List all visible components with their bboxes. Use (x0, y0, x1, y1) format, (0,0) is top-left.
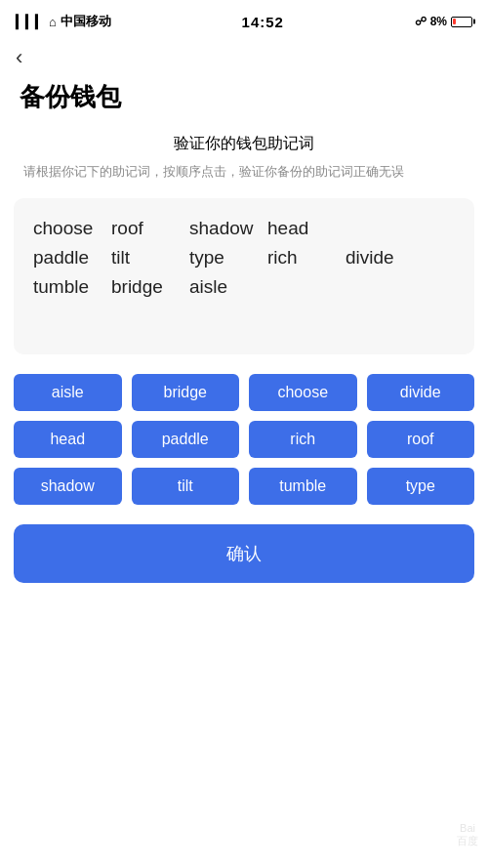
word-chip-bridge[interactable]: bridge (132, 374, 240, 411)
word-chip-roof[interactable]: roof (367, 421, 475, 458)
display-word-tumble: tumble (33, 276, 111, 298)
carrier-label: 中国移动 (61, 13, 111, 30)
display-word-aisle: aisle (189, 276, 267, 298)
word-chip-tilt[interactable]: tilt (132, 468, 240, 505)
icloud-icon: ☍ (415, 15, 427, 28)
status-time: 14:52 (242, 14, 284, 30)
instruction-section: 验证你的钱包助记词 请根据你记下的助记词，按顺序点击，验证你备份的助记词正确无误 (0, 134, 488, 198)
display-word-divide: divide (346, 247, 424, 269)
display-word-bridge: bridge (111, 276, 189, 298)
word-grid: aisle bridge choose divide head paddle r… (0, 374, 488, 505)
back-arrow-icon: ‹ (16, 47, 22, 68)
battery-percent: 8% (430, 15, 447, 28)
word-display-box: choose roof shadow head paddle tilt type… (14, 198, 474, 354)
display-word-rich: rich (267, 247, 346, 269)
status-carrier: ▎▎▎ ⌂ 中国移动 (16, 13, 111, 30)
word-display-row-1: choose roof shadow head (33, 218, 455, 239)
display-word-head: head (267, 218, 346, 239)
signal-icon: ▎▎▎ (16, 15, 45, 29)
word-chip-head[interactable]: head (14, 421, 122, 458)
display-word-shadow: shadow (189, 218, 267, 239)
page-title: 备份钱包 (0, 72, 488, 134)
display-word-tilt: tilt (111, 247, 189, 269)
instruction-desc: 请根据你记下的助记词，按顺序点击，验证你备份的助记词正确无误 (20, 162, 468, 183)
word-chip-rich[interactable]: rich (249, 421, 357, 458)
wifi-icon: ⌂ (49, 15, 57, 29)
word-chip-divide[interactable]: divide (367, 374, 475, 411)
word-display-row-2: paddle tilt type rich divide (33, 247, 455, 269)
word-chip-choose[interactable]: choose (249, 374, 357, 411)
watermark: Bai百度 (457, 822, 478, 848)
word-chip-tumble[interactable]: tumble (249, 468, 357, 505)
instruction-title: 验证你的钱包助记词 (20, 134, 468, 154)
word-chip-type[interactable]: type (367, 468, 475, 505)
confirm-button[interactable]: 确认 (14, 524, 474, 583)
word-chip-aisle[interactable]: aisle (14, 374, 122, 411)
back-button[interactable]: ‹ (0, 39, 488, 72)
word-display-row-3: tumble bridge aisle (33, 276, 455, 298)
status-right: ☍ 8% (415, 15, 472, 28)
status-bar: ▎▎▎ ⌂ 中国移动 14:52 ☍ 8% (0, 0, 488, 39)
display-word-roof: roof (111, 218, 189, 239)
word-chip-shadow[interactable]: shadow (14, 468, 122, 505)
battery-icon (451, 17, 472, 27)
display-word-paddle: paddle (33, 247, 111, 269)
display-word-choose: choose (33, 218, 111, 239)
word-chip-paddle[interactable]: paddle (132, 421, 240, 458)
display-word-type: type (189, 247, 267, 269)
